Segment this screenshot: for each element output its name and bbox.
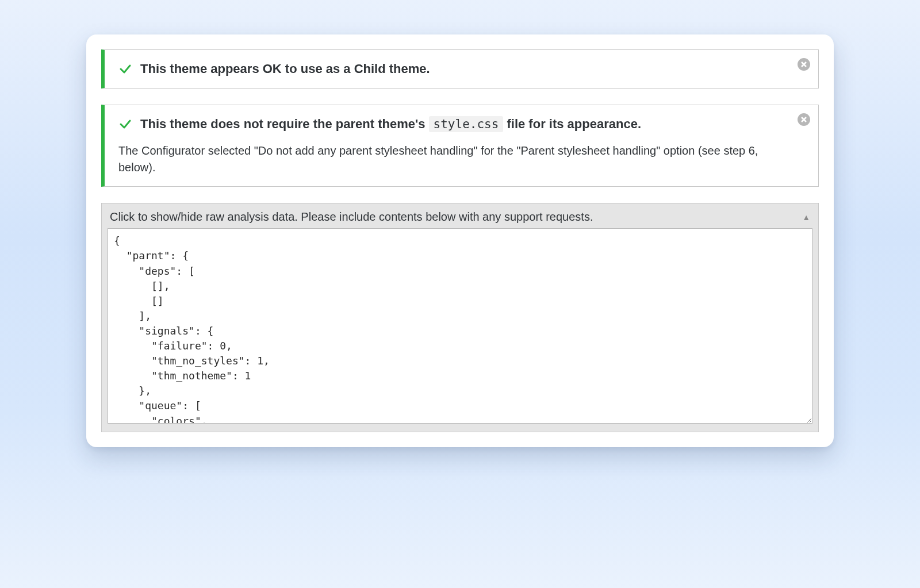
close-icon[interactable] — [798, 58, 810, 71]
notice-child-theme-ok: This theme appears OK to use as a Child … — [101, 49, 819, 89]
notice-title-text: This theme appears OK to use as a Child … — [140, 62, 430, 76]
notice-title: This theme appears OK to use as a Child … — [140, 60, 430, 78]
analysis-panel: Click to show/hide raw analysis data. Pl… — [101, 203, 819, 432]
notice-parent-stylesheet: This theme does not require the parent t… — [101, 105, 819, 187]
notice-title-pre: This theme does not require the parent t… — [140, 117, 429, 131]
analysis-toggle[interactable]: Click to show/hide raw analysis data. Pl… — [108, 208, 812, 228]
notice-title-code: style.css — [429, 116, 504, 132]
triangle-up-icon: ▲ — [802, 213, 810, 222]
notice-body: The Configurator selected "Do not add an… — [118, 143, 789, 176]
analysis-raw-textarea[interactable] — [108, 228, 812, 424]
check-icon — [118, 117, 132, 131]
close-icon[interactable] — [798, 113, 810, 126]
config-card: This theme appears OK to use as a Child … — [86, 34, 834, 447]
notice-title: This theme does not require the parent t… — [140, 116, 641, 133]
analysis-toggle-label: Click to show/hide raw analysis data. Pl… — [110, 210, 593, 224]
check-icon — [118, 62, 132, 76]
notice-title-post: file for its appearance. — [503, 117, 641, 131]
